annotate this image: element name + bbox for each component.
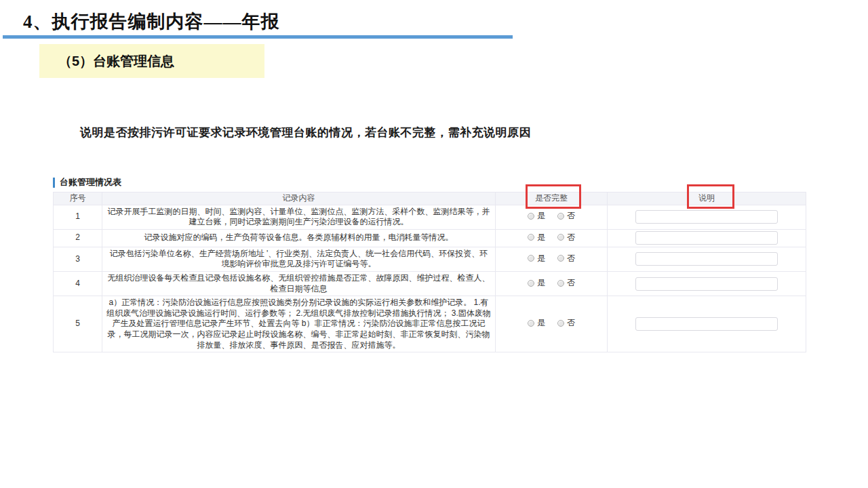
note-cell	[608, 229, 806, 247]
complete-cell: 是 否	[496, 247, 608, 271]
radio-option-no[interactable]: 否	[557, 318, 575, 329]
row-index: 2	[54, 229, 102, 247]
section-highlight-box: （5）台账管理信息	[39, 44, 264, 78]
radio-option-yes[interactable]: 是	[528, 318, 545, 329]
title-underline-rule	[3, 35, 513, 39]
row-index: 4	[54, 271, 102, 296]
radio-yes-label: 是	[537, 211, 545, 222]
note-cell	[608, 296, 806, 352]
radio-yes-icon[interactable]	[528, 234, 534, 241]
radio-option-yes[interactable]: 是	[528, 232, 545, 243]
radio-yes-label: 是	[537, 278, 545, 289]
radio-no-label: 否	[567, 211, 575, 222]
radio-yes-label: 是	[537, 318, 545, 329]
row-content: a）正常情况：污染防治设施运行信息应按照设施类别分别记录设施的实际运行相关参数和…	[102, 296, 496, 352]
row-content: 记录开展手工监测的日期、时间、监测内容、计量单位、监测位点、监测方法、采样个数、…	[102, 205, 496, 229]
radio-yes-label: 是	[537, 253, 545, 264]
row-content: 无组织治理设备每天检查且记录包括设施名称、无组织管控措施是否正常、故障原因、维护…	[102, 271, 496, 296]
row-content: 记录设施对应的编码，生产负荷等设备信息。各类原辅材料的用量，电消耗量等情况。	[102, 229, 496, 247]
radio-option-no[interactable]: 否	[557, 278, 575, 289]
ledger-table: 序号 记录内容 是否完整 说明 1 记录开展手工监测的日期、时间、监测内容、计量…	[53, 192, 806, 352]
radio-no-label: 否	[567, 318, 575, 329]
row-content: 记录包括污染单位名称、生产经营场所地址 '、行业类别、法定负责人、统一社会信用代…	[102, 247, 496, 271]
radio-yes-icon[interactable]	[528, 320, 534, 327]
red-annotation-box-note	[687, 184, 734, 209]
red-annotation-box-complete	[526, 184, 581, 209]
table-row: 3 记录包括污染单位名称、生产经营场所地址 '、行业类别、法定负责人、统一社会信…	[54, 247, 806, 271]
caption-accent-bar	[53, 178, 55, 188]
radio-option-no[interactable]: 否	[557, 211, 575, 222]
radio-option-yes[interactable]: 是	[528, 253, 545, 264]
row-index: 5	[54, 296, 102, 352]
page-title: 4、执行报告编制内容——年报	[23, 9, 280, 34]
radio-yes-icon[interactable]	[528, 213, 534, 220]
column-header-index: 序号	[54, 192, 102, 205]
note-cell	[608, 247, 806, 271]
slide-canvas: 4、执行报告编制内容——年报 （5）台账管理信息 说明是否按排污许可证要求记录环…	[0, 0, 868, 488]
radio-no-label: 否	[567, 278, 575, 289]
radio-no-icon[interactable]	[557, 280, 564, 287]
radio-option-yes[interactable]: 是	[528, 278, 545, 289]
note-input[interactable]	[635, 210, 778, 224]
radio-option-no[interactable]: 否	[557, 232, 575, 243]
complete-cell: 是 否	[496, 271, 608, 296]
row-index: 1	[54, 205, 102, 229]
radio-no-icon[interactable]	[557, 213, 564, 220]
radio-option-no[interactable]: 否	[557, 253, 575, 264]
radio-no-label: 否	[567, 232, 575, 243]
radio-yes-label: 是	[537, 232, 545, 243]
note-input[interactable]	[635, 252, 778, 266]
column-header-content: 记录内容	[102, 192, 496, 205]
radio-no-icon[interactable]	[557, 255, 564, 262]
note-cell	[608, 271, 806, 296]
description-text: 说明是否按排污许可证要求记录环境管理台账的情况，若台账不完整，需补充说明原因	[80, 125, 531, 140]
table-caption-label: 台账管理情况表	[60, 176, 121, 188]
radio-no-label: 否	[567, 253, 575, 264]
note-input[interactable]	[635, 277, 778, 291]
table-row: 5 a）正常情况：污染防治设施运行信息应按照设施类别分别记录设施的实际运行相关参…	[54, 296, 806, 352]
radio-no-icon[interactable]	[557, 234, 564, 241]
note-input[interactable]	[635, 231, 778, 245]
complete-cell: 是 否	[496, 229, 608, 247]
radio-option-yes[interactable]: 是	[528, 211, 545, 222]
note-input[interactable]	[635, 317, 778, 331]
table-row: 4 无组织治理设备每天检查且记录包括设施名称、无组织管控措施是否正常、故障原因、…	[54, 271, 806, 296]
row-index: 3	[54, 247, 102, 271]
section-label: （5）台账管理信息	[39, 52, 174, 70]
radio-no-icon[interactable]	[557, 320, 564, 327]
radio-yes-icon[interactable]	[528, 255, 534, 262]
table-row: 2 记录设施对应的编码，生产负荷等设备信息。各类原辅材料的用量，电消耗量等情况。…	[54, 229, 806, 247]
radio-yes-icon[interactable]	[528, 280, 534, 287]
complete-cell: 是 否	[496, 296, 608, 352]
